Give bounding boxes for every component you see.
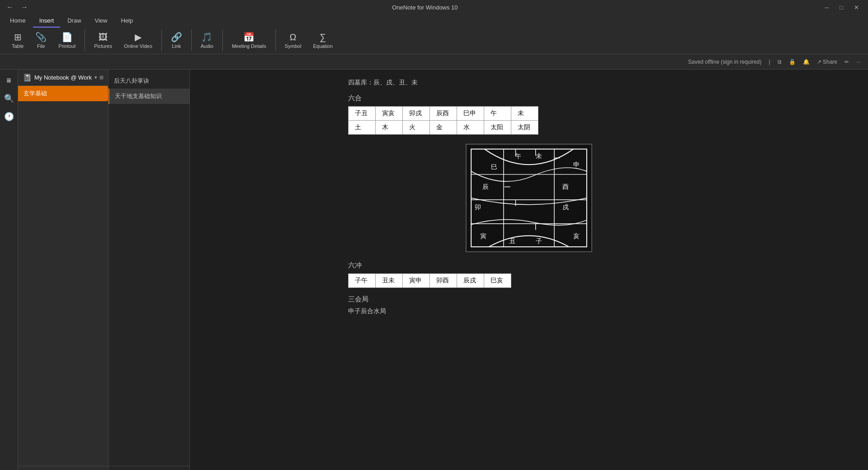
table-cell: 卯戌 bbox=[403, 107, 430, 121]
svg-text:辰: 辰 bbox=[482, 183, 489, 190]
save-status: Saved offline (sign in required) bbox=[688, 59, 762, 65]
recent-icon[interactable]: 🕐 bbox=[2, 109, 16, 124]
more-button[interactable]: ··· bbox=[856, 59, 861, 65]
notebook-panel: 📓 My Notebook @ Work ▾ ≡ 玄学基础 ＋ + Add se… bbox=[18, 70, 108, 470]
notebook-title: 📓 My Notebook @ Work ▾ bbox=[23, 73, 97, 82]
file-button[interactable]: 📎 File bbox=[31, 30, 51, 51]
sidebar-icons: ≡ 🔍 🕐 bbox=[0, 70, 18, 470]
diagram-container: 午 未 申 巳 酉 辰 戌 卯 寅 丑 子 亥 bbox=[348, 144, 710, 252]
san-hui-ju-heading: 三会局 bbox=[348, 295, 710, 304]
pen-button[interactable]: ✏ bbox=[844, 59, 849, 65]
minimize-button[interactable]: ─ bbox=[819, 2, 834, 13]
online-video-icon: ▶ bbox=[135, 32, 142, 42]
table-cell: 寅亥 bbox=[376, 107, 403, 121]
divider-3 bbox=[191, 29, 192, 51]
file-label: File bbox=[37, 43, 45, 49]
printout-button[interactable]: 📄 Printout bbox=[54, 30, 80, 51]
table-cell: 木 bbox=[376, 121, 403, 135]
back-button[interactable]: ← bbox=[4, 1, 16, 13]
equation-label: Equation bbox=[313, 43, 332, 49]
symbol-button[interactable]: Ω Symbol bbox=[280, 30, 306, 51]
divider-2 bbox=[161, 29, 162, 51]
table-cell: 火 bbox=[403, 121, 430, 135]
liu-he-heading: 六合 bbox=[348, 94, 710, 103]
table-cell: 未 bbox=[511, 107, 538, 121]
notebook-icon: 📓 bbox=[23, 73, 32, 82]
table-cell: 巳亥 bbox=[484, 274, 511, 288]
tab-home[interactable]: Home bbox=[4, 14, 32, 28]
table-button[interactable]: ⊞ Table bbox=[7, 30, 28, 51]
svg-text:丑: 丑 bbox=[509, 238, 515, 244]
link-button[interactable]: 🔗 Link bbox=[166, 30, 187, 51]
si-mu-ku-text: 四墓库：辰、戌、丑、未 bbox=[348, 79, 710, 87]
divider-4 bbox=[222, 29, 223, 51]
equation-icon: ∑ bbox=[320, 32, 326, 42]
symbol-icon: Ω bbox=[290, 32, 297, 42]
svg-text:戌: 戌 bbox=[562, 204, 569, 211]
page-item-tiangandizhi[interactable]: 天干地支基础知识 bbox=[108, 89, 189, 104]
online-video-button[interactable]: ▶ Online Video bbox=[119, 30, 157, 51]
main-layout: ≡ 🔍 🕐 📓 My Notebook @ Work ▾ ≡ 玄学基础 ＋ + … bbox=[0, 70, 868, 470]
copy-page-button[interactable]: ⧉ bbox=[778, 59, 782, 65]
diagram: 午 未 申 巳 酉 辰 戌 卯 寅 丑 子 亥 bbox=[466, 144, 592, 252]
section-label: 玄学基础 bbox=[24, 89, 47, 98]
equation-button[interactable]: ∑ Equation bbox=[308, 30, 337, 51]
audio-icon: 🎵 bbox=[201, 32, 212, 42]
table-icon: ⊞ bbox=[14, 32, 22, 42]
sort-icon[interactable]: ≡ bbox=[99, 74, 104, 82]
table-cell: 卯酉 bbox=[430, 274, 457, 288]
table-row: 土 木 火 金 水 太阳 太阴 bbox=[349, 121, 538, 135]
svg-text:午: 午 bbox=[515, 153, 521, 160]
table-cell: 太阴 bbox=[511, 121, 538, 135]
notebook-header[interactable]: 📓 My Notebook @ Work ▾ ≡ bbox=[18, 70, 108, 86]
lock-button[interactable]: 🔒 bbox=[789, 59, 796, 65]
table-cell: 子丑 bbox=[349, 107, 376, 121]
add-page-button[interactable]: ＋ + Add page bbox=[108, 466, 189, 470]
maximize-button[interactable]: □ bbox=[834, 2, 849, 13]
tab-help[interactable]: Help bbox=[115, 14, 140, 28]
svg-text:寅: 寅 bbox=[480, 233, 486, 240]
link-icon: 🔗 bbox=[171, 32, 182, 42]
close-button[interactable]: ✕ bbox=[849, 2, 864, 13]
section-item-xuexuejichu[interactable]: 玄学基础 bbox=[18, 86, 108, 101]
statusbar: Saved offline (sign in required) | ⧉ 🔒 🔔… bbox=[0, 54, 868, 70]
search-icon[interactable]: 🔍 bbox=[2, 91, 16, 106]
nav-arrows: ← → bbox=[4, 1, 31, 13]
table-cell: 子午 bbox=[349, 274, 376, 288]
table-cell: 金 bbox=[430, 121, 457, 135]
pictures-button[interactable]: 🖼 Pictures bbox=[90, 30, 117, 51]
audio-button[interactable]: 🎵 Audio bbox=[196, 30, 218, 51]
page-label: 后天八卦掌诀 bbox=[114, 77, 149, 84]
svg-text:亥: 亥 bbox=[573, 233, 580, 240]
ribbon-toolbar: ⊞ Table 📎 File 📄 Printout 🖼 Pictures ▶ O… bbox=[0, 28, 868, 54]
table-cell: 土 bbox=[349, 121, 376, 135]
app-title: OneNote for Windows 10 bbox=[31, 4, 819, 11]
notebooks-icon[interactable]: ≡ bbox=[2, 73, 16, 88]
svg-text:子: 子 bbox=[536, 238, 542, 244]
tab-view[interactable]: View bbox=[89, 14, 114, 28]
tab-insert[interactable]: Insert bbox=[33, 14, 61, 28]
svg-rect-0 bbox=[471, 149, 587, 247]
notebook-name: My Notebook @ Work bbox=[34, 74, 92, 81]
content-area[interactable]: 四墓库：辰、戌、丑、未 六合 子丑 寅亥 卯戌 辰酉 巳申 午 未 土 木 火 bbox=[190, 70, 868, 470]
chevron-down-icon: ▾ bbox=[94, 75, 97, 80]
bell-button[interactable]: 🔔 bbox=[803, 59, 810, 65]
file-icon: 📎 bbox=[35, 32, 47, 42]
share-button[interactable]: ↗ Share bbox=[817, 59, 837, 65]
meeting-details-button[interactable]: 📅 Meeting Details bbox=[227, 30, 271, 51]
link-label: Link bbox=[172, 43, 181, 49]
page-item-houttianba[interactable]: 后天八卦掌诀 bbox=[108, 73, 189, 89]
online-video-label: Online Video bbox=[124, 43, 152, 49]
table-label: Table bbox=[12, 43, 24, 49]
table-cell: 丑未 bbox=[376, 274, 403, 288]
forward-button[interactable]: → bbox=[18, 1, 31, 13]
liu-he-table: 子丑 寅亥 卯戌 辰酉 巳申 午 未 土 木 火 金 水 太阳 太阴 bbox=[348, 106, 538, 135]
svg-text:酉: 酉 bbox=[562, 183, 569, 190]
table-cell: 水 bbox=[457, 121, 484, 135]
table-cell: 巳申 bbox=[457, 107, 484, 121]
add-section-button[interactable]: ＋ + Add section bbox=[18, 466, 108, 470]
svg-text:未: 未 bbox=[536, 153, 542, 160]
meeting-details-label: Meeting Details bbox=[232, 43, 266, 49]
table-cell: 午 bbox=[484, 107, 511, 121]
tab-draw[interactable]: Draw bbox=[61, 14, 87, 28]
